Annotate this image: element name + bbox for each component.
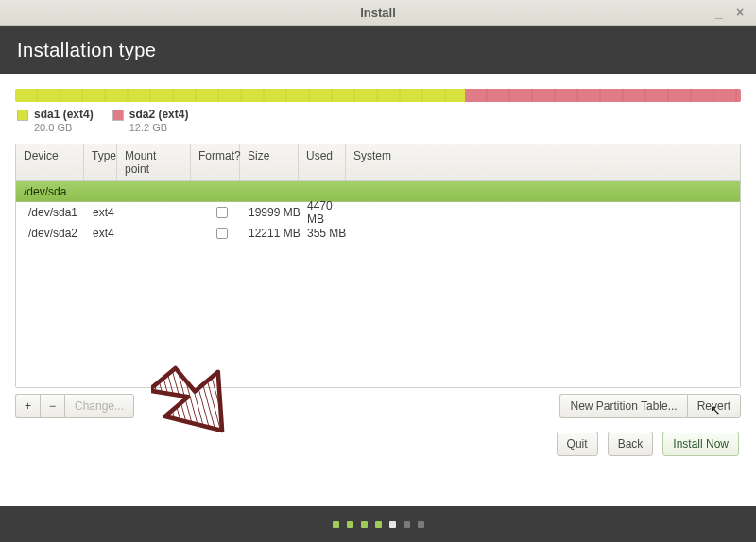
th-format[interactable]: Format? <box>191 144 240 180</box>
back-button[interactable]: Back <box>608 432 654 456</box>
page-title: Installation type <box>0 26 756 74</box>
cell-used: 355 MB <box>305 227 354 240</box>
partition-legend: sda1 (ext4) 20.0 GB sda2 (ext4) 12.2 GB <box>15 108 741 134</box>
step-dot <box>404 521 410 528</box>
quit-button[interactable]: Quit <box>557 432 598 456</box>
cell-size: 12211 MB <box>247 227 305 240</box>
legend-size: 12.2 GB <box>129 121 189 134</box>
step-dot-current <box>389 521 396 528</box>
step-dot <box>347 521 353 528</box>
th-used[interactable]: Used <box>299 144 346 180</box>
step-dot <box>418 521 424 528</box>
cell-size: 19999 MB <box>247 206 305 219</box>
cell-type: ext4 <box>91 227 124 240</box>
th-system[interactable]: System <box>346 144 740 180</box>
legend-item: sda1 (ext4) 20.0 GB <box>17 108 94 134</box>
step-dot <box>361 521 368 528</box>
progress-dots <box>0 506 756 542</box>
format-checkbox[interactable] <box>216 228 228 239</box>
window-title: Install <box>360 6 396 20</box>
legend-size: 20.0 GB <box>34 121 94 134</box>
cell-device: /dev/sda1 <box>23 206 91 219</box>
square-icon <box>112 110 124 121</box>
th-type[interactable]: Type <box>84 144 117 180</box>
legend-name: sda2 (ext4) <box>129 108 189 121</box>
th-size[interactable]: Size <box>240 144 299 180</box>
table-header: Device Type Mount point Format? Size Use… <box>16 144 740 181</box>
table-row-disk[interactable]: /dev/sda <box>16 181 740 202</box>
cell-used: 4470 MB <box>305 199 354 226</box>
partition-table: Device Type Mount point Format? Size Use… <box>15 144 741 388</box>
square-icon <box>17 110 28 121</box>
table-body[interactable]: /dev/sda /dev/sda1 ext4 19999 MB 4470 MB… <box>16 181 740 387</box>
change-partition-button[interactable]: Change... <box>64 394 134 418</box>
th-device[interactable]: Device <box>16 144 84 180</box>
partition-actions: + − Change... <box>15 394 134 418</box>
cell-device: /dev/sda2 <box>23 227 91 240</box>
step-dot <box>375 521 382 528</box>
remove-partition-button[interactable]: − <box>40 394 64 418</box>
th-mount[interactable]: Mount point <box>117 144 191 180</box>
install-now-button[interactable]: Install Now <box>662 432 739 456</box>
add-partition-button[interactable]: + <box>15 394 40 418</box>
legend-name: sda1 (ext4) <box>34 108 94 121</box>
table-row[interactable]: /dev/sda1 ext4 19999 MB 4470 MB <box>16 202 740 223</box>
format-checkbox[interactable] <box>216 207 228 218</box>
partition-bar <box>15 89 741 102</box>
partition-segment-sda1 <box>15 89 465 102</box>
minimize-icon[interactable]: _ <box>711 4 728 21</box>
legend-item: sda2 (ext4) 12.2 GB <box>112 108 189 134</box>
close-icon[interactable]: × <box>731 4 748 21</box>
step-dot <box>333 521 339 528</box>
titlebar: Install _ × <box>0 0 756 26</box>
disk-label: /dev/sda <box>24 185 66 198</box>
partition-segment-sda2 <box>465 89 741 102</box>
cell-type: ext4 <box>91 206 124 219</box>
revert-button[interactable]: Revert <box>687 394 741 418</box>
new-partition-table-button[interactable]: New Partition Table... <box>559 394 686 418</box>
table-row[interactable]: /dev/sda2 ext4 12211 MB 355 MB <box>16 223 740 244</box>
